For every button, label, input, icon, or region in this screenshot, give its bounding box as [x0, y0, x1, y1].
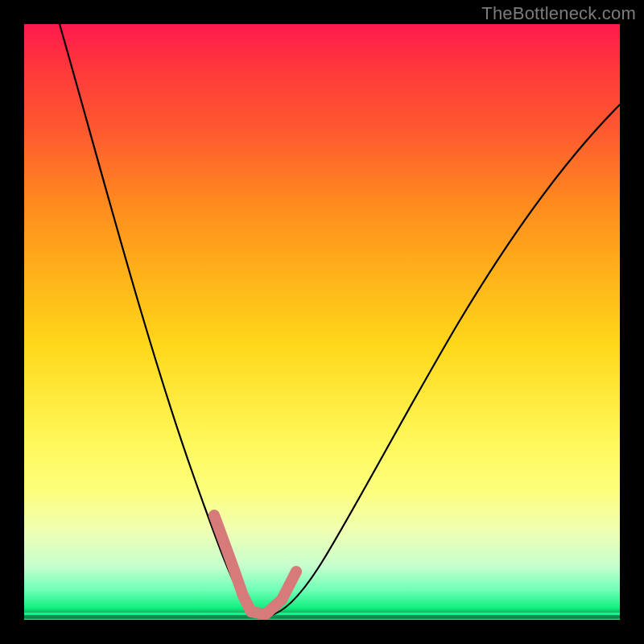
- bottleneck-curve: [60, 24, 620, 616]
- plot-area: [24, 24, 620, 620]
- watermark-text: TheBottleneck.com: [481, 3, 636, 24]
- bottleneck-curve-svg: [24, 24, 620, 620]
- sweet-spot-marker: [214, 515, 296, 614]
- chart-frame: TheBottleneck.com: [0, 0, 644, 644]
